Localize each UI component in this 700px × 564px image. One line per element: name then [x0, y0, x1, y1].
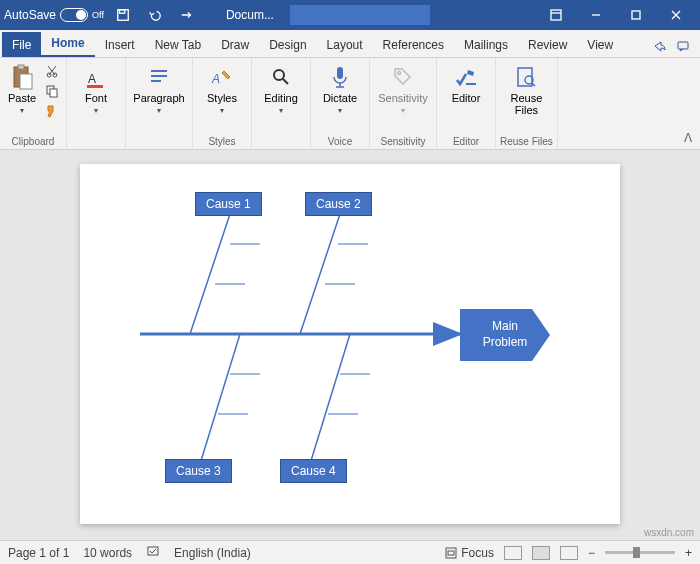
- svg-rect-2: [551, 10, 561, 20]
- svg-rect-45: [448, 551, 454, 555]
- document-page[interactable]: Cause 1 Cause 2 Cause 3 Cause 4 Main Pro…: [80, 164, 620, 524]
- group-label-sensitivity: Sensitivity: [380, 134, 425, 149]
- tab-file[interactable]: File: [2, 32, 41, 57]
- editor-button[interactable]: Editor: [441, 62, 491, 106]
- svg-line-23: [283, 79, 288, 84]
- read-mode-button[interactable]: [504, 546, 522, 560]
- autosave-toggle[interactable]: AutoSave Off: [4, 8, 104, 22]
- collapse-ribbon-button[interactable]: ᐱ: [676, 127, 700, 149]
- paste-label: Paste: [8, 92, 36, 104]
- group-font: A Font ▾: [67, 58, 126, 149]
- svg-rect-5: [632, 11, 640, 19]
- zoom-in-button[interactable]: +: [685, 546, 692, 560]
- minimize-button[interactable]: [576, 0, 616, 30]
- group-paragraph: Paragraph ▾: [126, 58, 193, 149]
- cause-2-box[interactable]: Cause 2: [305, 192, 372, 216]
- svg-line-34: [300, 214, 340, 334]
- tab-home[interactable]: Home: [41, 30, 94, 57]
- tag-icon: [390, 64, 416, 90]
- tab-draw[interactable]: Draw: [211, 32, 259, 57]
- chevron-down-icon: ▾: [157, 106, 161, 115]
- chevron-down-icon: ▾: [279, 106, 283, 115]
- styles-button[interactable]: A Styles ▾: [197, 62, 247, 117]
- close-button[interactable]: [656, 0, 696, 30]
- group-reuse-files: Reuse Files Reuse Files: [496, 58, 558, 149]
- paste-button[interactable]: Paste ▾: [4, 62, 40, 117]
- chevron-down-icon: ▾: [220, 106, 224, 115]
- tab-view[interactable]: View: [577, 32, 623, 57]
- search-box[interactable]: [290, 5, 430, 25]
- copy-button[interactable]: [42, 82, 62, 100]
- document-canvas[interactable]: Cause 1 Cause 2 Cause 3 Cause 4 Main Pro…: [0, 150, 700, 534]
- save-button[interactable]: [110, 2, 136, 28]
- styles-icon: A: [209, 64, 235, 90]
- reuse-files-label: Reuse Files: [511, 92, 543, 116]
- tab-layout[interactable]: Layout: [317, 32, 373, 57]
- search-icon: [268, 64, 294, 90]
- format-painter-button[interactable]: [42, 102, 62, 120]
- svg-line-40: [310, 334, 350, 464]
- dictate-button[interactable]: Dictate ▾: [315, 62, 365, 117]
- tab-review[interactable]: Review: [518, 32, 577, 57]
- status-bar: Page 1 of 1 10 words English (India) Foc…: [0, 540, 700, 564]
- group-label-voice: Voice: [328, 134, 352, 149]
- font-label: Font: [85, 92, 107, 104]
- page-indicator[interactable]: Page 1 of 1: [8, 546, 69, 560]
- tab-insert[interactable]: Insert: [95, 32, 145, 57]
- ribbon: Paste ▾ Clipboard A Font ▾ Paragraph: [0, 58, 700, 150]
- reuse-files-button[interactable]: Reuse Files: [501, 62, 551, 118]
- group-sensitivity: Sensitivity ▾ Sensitivity: [370, 58, 437, 149]
- cause-3-box[interactable]: Cause 3: [165, 459, 232, 483]
- tab-references[interactable]: References: [373, 32, 454, 57]
- ribbon-tabs: File Home Insert New Tab Draw Design Lay…: [0, 30, 700, 58]
- cause-1-box[interactable]: Cause 1: [195, 192, 262, 216]
- sensitivity-button[interactable]: Sensitivity ▾: [374, 62, 432, 117]
- zoom-out-button[interactable]: −: [588, 546, 595, 560]
- web-layout-button[interactable]: [560, 546, 578, 560]
- editing-button[interactable]: Editing ▾: [256, 62, 306, 117]
- tab-new-tab[interactable]: New Tab: [145, 32, 211, 57]
- tab-mailings[interactable]: Mailings: [454, 32, 518, 57]
- ribbon-display-button[interactable]: [536, 0, 576, 30]
- svg-rect-24: [337, 67, 343, 79]
- font-button[interactable]: A Font ▾: [71, 62, 121, 117]
- cut-button[interactable]: [42, 62, 62, 80]
- main-problem-box[interactable]: Main Problem: [460, 309, 550, 361]
- svg-rect-1: [119, 10, 124, 14]
- language-indicator[interactable]: English (India): [174, 546, 251, 560]
- chevron-down-icon: ▾: [338, 106, 342, 115]
- svg-point-25: [398, 72, 401, 75]
- spell-check-icon[interactable]: [146, 544, 160, 561]
- zoom-slider[interactable]: [605, 551, 675, 554]
- group-clipboard: Paste ▾ Clipboard: [0, 58, 67, 149]
- toggle-icon: [60, 8, 88, 22]
- maximize-button[interactable]: [616, 0, 656, 30]
- print-layout-button[interactable]: [532, 546, 550, 560]
- redo-button[interactable]: [174, 2, 200, 28]
- group-label-styles: Styles: [208, 134, 235, 149]
- focus-mode[interactable]: Focus: [445, 546, 494, 560]
- svg-rect-15: [50, 89, 57, 97]
- word-count[interactable]: 10 words: [83, 546, 132, 560]
- svg-rect-8: [678, 42, 688, 49]
- chevron-down-icon: ▾: [20, 106, 24, 115]
- title-bar: AutoSave Off Docum...: [0, 0, 700, 30]
- chevron-down-icon: ▾: [401, 106, 405, 115]
- group-voice: Dictate ▾ Voice: [311, 58, 370, 149]
- autosave-state: Off: [92, 10, 104, 20]
- share-button[interactable]: [648, 35, 670, 57]
- svg-text:A: A: [88, 72, 96, 86]
- dictate-label: Dictate: [323, 92, 357, 104]
- undo-button[interactable]: [142, 2, 168, 28]
- svg-rect-10: [18, 65, 24, 69]
- editor-label: Editor: [452, 92, 481, 104]
- cause-4-box[interactable]: Cause 4: [280, 459, 347, 483]
- svg-rect-17: [87, 85, 103, 88]
- svg-text:A: A: [211, 72, 220, 86]
- svg-line-37: [200, 334, 240, 464]
- comments-button[interactable]: [672, 35, 694, 57]
- group-label-editor: Editor: [453, 134, 479, 149]
- tab-design[interactable]: Design: [259, 32, 316, 57]
- paragraph-button[interactable]: Paragraph ▾: [130, 62, 188, 117]
- paragraph-icon: [146, 64, 172, 90]
